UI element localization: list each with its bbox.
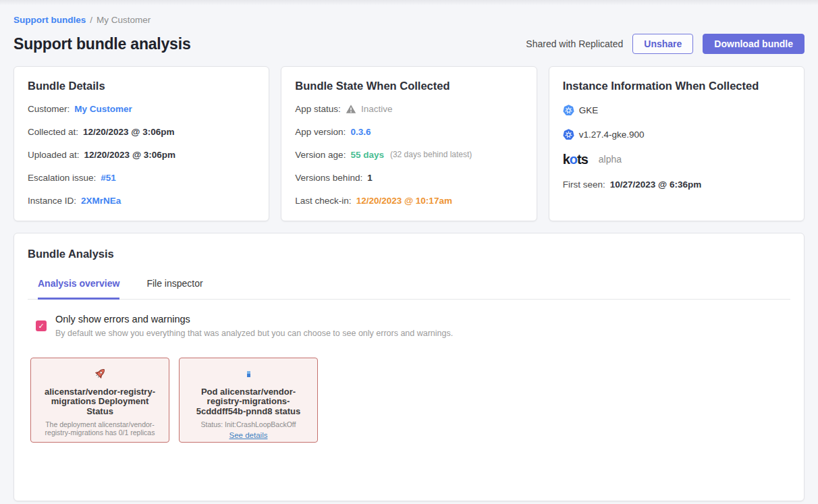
warning-triangle-icon — [346, 104, 356, 114]
bundle-details-card: Bundle Details Customer: My Customer Col… — [13, 66, 269, 221]
instance-id-row: Instance ID: 2XMrNEa — [28, 194, 255, 207]
distribution-row: GKE — [563, 104, 790, 117]
kots-row: kots alpha — [563, 152, 790, 166]
analysis-error-card[interactable]: Pod alicenstar/vendor-registry-migration… — [179, 358, 318, 443]
see-details-link[interactable]: See details — [229, 431, 268, 439]
filter-row: Only show errors and warnings By default… — [36, 314, 790, 338]
kubernetes-icon — [563, 129, 574, 140]
app-status-value: Inactive — [361, 103, 393, 115]
app-status-label: App status: — [295, 103, 341, 115]
app-version-link[interactable]: 0.3.6 — [350, 125, 371, 138]
page-container: Support bundles / My Customer Support bu… — [0, 15, 818, 501]
version-age-label: Version age: — [295, 148, 346, 161]
top-nav-edge — [0, 0, 818, 5]
page-title: Support bundle analysis — [13, 35, 526, 53]
download-bundle-button[interactable]: Download bundle — [703, 34, 805, 54]
last-checkin-row: Last check-in: 12/20/2023 @ 10:17am — [295, 194, 522, 207]
filter-text-block: Only show errors and warnings By default… — [55, 314, 453, 338]
bundle-state-card: Bundle State When Collected App status: … — [281, 66, 537, 221]
analysis-tabs: Analysis overview File inspector — [28, 278, 790, 300]
error-message: Status: Init:CrashLoopBackOff — [186, 420, 310, 429]
breadcrumb-separator: / — [90, 15, 92, 25]
filter-description: By default we show you everything that w… — [55, 329, 453, 338]
error-message: The deployment alicenstar/vendor-registr… — [38, 420, 162, 437]
app-status-row: App status: Inactive — [295, 103, 522, 115]
error-title: alicenstar/vendor-registry-migrations De… — [38, 387, 162, 416]
last-checkin-label: Last check-in: — [295, 194, 351, 207]
rocket-icon — [38, 366, 162, 382]
versions-behind-value: 1 — [367, 171, 373, 184]
instance-info-card: Instance Information When Collected — [549, 66, 805, 221]
first-seen-row: First seen: 10/27/2023 @ 6:36pm — [563, 178, 790, 191]
header-actions: Shared with Replicated Unshare Download … — [526, 34, 805, 54]
instance-id-label: Instance ID: — [28, 194, 76, 207]
version-age-value: 55 days — [350, 148, 384, 161]
unshare-button[interactable]: Unshare — [632, 34, 693, 54]
analysis-results-grid: alicenstar/vendor-registry-migrations De… — [30, 358, 790, 443]
escalation-issue-link[interactable]: #51 — [101, 171, 116, 184]
kots-channel: alpha — [599, 153, 622, 166]
breadcrumb-support-bundles-link[interactable]: Support bundles — [13, 15, 86, 25]
customer-row: Customer: My Customer — [28, 103, 255, 115]
breadcrumb: Support bundles / My Customer — [13, 15, 805, 25]
shared-status-text: Shared with Replicated — [526, 38, 623, 49]
first-seen-value: 10/27/2023 @ 6:36pm — [610, 178, 702, 191]
instance-id-link[interactable]: 2XMrNEa — [81, 194, 121, 207]
tab-analysis-overview[interactable]: Analysis overview — [38, 278, 119, 300]
collected-at-label: Collected at: — [28, 125, 78, 138]
k8s-version-row: v1.27.4-gke.900 — [563, 128, 790, 141]
uploaded-at-row: Uploaded at: 12/20/2023 @ 3:06pm — [28, 148, 255, 161]
version-age-row: Version age: 55 days (32 days behind lat… — [295, 148, 522, 161]
customer-label: Customer: — [28, 103, 70, 115]
versions-behind-row: Versions behind: 1 — [295, 171, 522, 184]
bundle-analysis-card: Bundle Analysis Analysis overview File i… — [13, 233, 805, 501]
bundle-analysis-title: Bundle Analysis — [28, 248, 790, 260]
app-version-row: App version: 0.3.6 — [295, 125, 522, 138]
first-seen-label: First seen: — [563, 178, 605, 191]
error-title: Pod alicenstar/vendor-registry-migration… — [186, 387, 310, 416]
info-cards-row: Bundle Details Customer: My Customer Col… — [13, 66, 805, 221]
instance-info-title: Instance Information When Collected — [563, 80, 790, 92]
filter-label[interactable]: Only show errors and warnings — [55, 314, 453, 325]
tab-file-inspector[interactable]: File inspector — [146, 278, 202, 300]
versions-behind-label: Versions behind: — [295, 171, 362, 184]
bundle-details-title: Bundle Details — [28, 80, 255, 92]
errors-warnings-checkbox[interactable] — [36, 320, 47, 331]
kots-logo: kots — [563, 152, 588, 166]
breadcrumb-current: My Customer — [97, 15, 151, 25]
last-checkin-value: 12/20/2023 @ 10:17am — [356, 194, 452, 207]
version-age-note: (32 days behind latest) — [390, 148, 472, 161]
collected-at-row: Collected at: 12/20/2023 @ 3:06pm — [28, 125, 255, 138]
collected-at-value: 12/20/2023 @ 3:06pm — [83, 125, 175, 138]
customer-link[interactable]: My Customer — [74, 103, 132, 115]
distribution-value: GKE — [579, 104, 599, 117]
k8s-version-value: v1.27.4-gke.900 — [579, 128, 645, 141]
pod-icon — [186, 366, 310, 382]
kubernetes-icon — [563, 105, 574, 116]
uploaded-at-label: Uploaded at: — [28, 148, 80, 161]
uploaded-at-value: 12/20/2023 @ 3:06pm — [84, 148, 176, 161]
page-header: Support bundle analysis Shared with Repl… — [13, 34, 805, 54]
analysis-error-card[interactable]: alicenstar/vendor-registry-migrations De… — [30, 358, 169, 443]
app-version-label: App version: — [295, 125, 346, 138]
escalation-issue-label: Escalation issue: — [28, 171, 96, 184]
bundle-state-title: Bundle State When Collected — [295, 80, 522, 92]
escalation-issue-row: Escalation issue: #51 — [28, 171, 255, 184]
